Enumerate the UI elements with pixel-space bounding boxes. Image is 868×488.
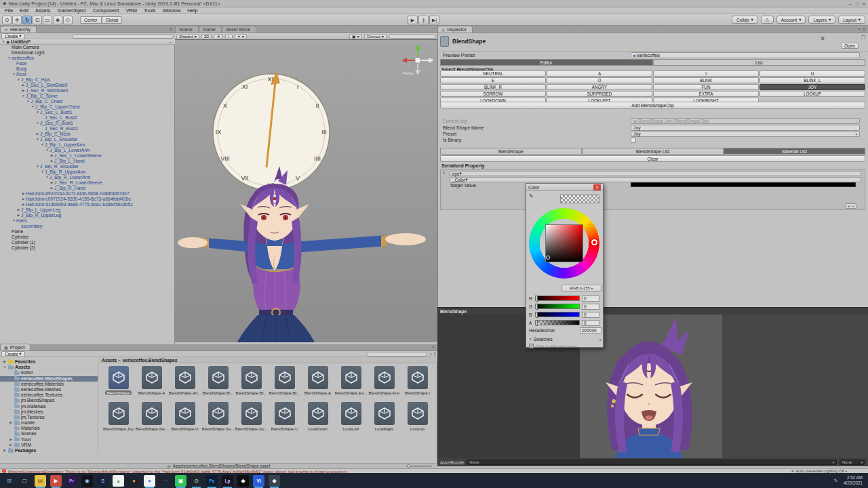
hierarchy-item[interactable]: ▶ J_Bip_C_Neck (0, 131, 175, 137)
collab-dropdown[interactable]: Collab▾ (732, 16, 758, 24)
tab-hierarchy[interactable]: ≔Hierarchy (0, 26, 37, 33)
object-picker-icon[interactable]: ◦ (856, 54, 857, 58)
tab-list[interactable]: List (653, 59, 866, 66)
taskbar-app-icon[interactable]: S (97, 475, 108, 487)
menu-item[interactable]: GameObject (54, 7, 90, 14)
assetbundle-variant-dropdown[interactable]: None▾ (840, 460, 865, 465)
hierarchy-item[interactable]: ▶ J_Bip_L_Hand (0, 159, 175, 164)
hierarchy-item[interactable]: secondary (0, 224, 175, 229)
hierarchy-item[interactable]: ▼ eeriecoffee (0, 56, 175, 61)
taskbar-app-icon[interactable]: ▲ (113, 475, 124, 487)
blendshapeclip-button[interactable]: A (547, 70, 652, 77)
swatches-foldout-icon[interactable]: ▼ (529, 338, 532, 341)
asset-item[interactable]: BlendShape.E (301, 366, 334, 402)
audio-toggle[interactable]: ♪ (225, 34, 233, 39)
tab-blendshape-list[interactable]: BlendShape List (582, 148, 724, 155)
blendshapeclip-button[interactable]: SORROW (440, 91, 546, 97)
taskbar-app-icon[interactable]: ◆ (269, 475, 280, 487)
breadcrumb-folder[interactable]: eeriecoffee.BlendShapes (123, 358, 178, 363)
project-folder-item[interactable]: ▶ mantle (0, 420, 98, 426)
preset-dropdown[interactable]: Joy▾ (631, 131, 860, 137)
folder-foldout-icon[interactable]: ▶ (3, 448, 7, 453)
reorder-grip-icon[interactable]: ≡ (443, 171, 446, 175)
project-folder-item[interactable]: ▼ Assets (0, 365, 98, 370)
foldout-icon[interactable]: ▼ (45, 148, 50, 153)
taskbar-app-icon[interactable]: ▣ (175, 475, 186, 487)
hierarchy-item[interactable]: ▶ J_Bip_R_UpperLeg (0, 213, 175, 218)
foldout-icon[interactable]: ▶ (50, 159, 54, 164)
folder-foldout-icon[interactable]: ▼ (3, 365, 7, 370)
foldout-icon[interactable]: ▶ (50, 186, 54, 191)
hierarchy-item[interactable]: Body (0, 66, 175, 72)
blendshapeclip-button[interactable]: EXTRA (653, 91, 759, 97)
pivot-center-button[interactable]: Center (80, 16, 102, 24)
scene-header-menu-icon[interactable]: ⋯ (169, 40, 176, 44)
hierarchy-item[interactable]: Face (0, 61, 175, 66)
taskbar-app-icon[interactable]: ▶ (50, 475, 62, 487)
target-value-color-swatch[interactable] (631, 182, 856, 187)
scene-view-tab[interactable]: Asset Store (222, 26, 256, 33)
hierarchy-item[interactable]: Directional Light (0, 50, 175, 56)
blendshapeclip-button[interactable]: ANGRY (547, 84, 652, 90)
hierarchy-item[interactable]: Cylinder (2) (0, 245, 175, 251)
hierarchy-item[interactable]: ▶ J_Sec_L_SkirtSide0 (0, 83, 175, 88)
persp-mode-label[interactable]: Persp (403, 71, 414, 75)
hierarchy-item[interactable]: J_Sec_L_Bust2 (0, 115, 175, 121)
account-dropdown[interactable]: Account▾ (776, 16, 806, 24)
asset-item[interactable]: BlendShape (102, 366, 135, 402)
foldout-icon[interactable]: ▶ (21, 83, 26, 88)
maximize-button[interactable]: □ (856, 1, 859, 6)
blendshapeclip-button[interactable]: JOY (760, 84, 865, 90)
foldout-icon[interactable]: ▶ (21, 191, 26, 197)
preview-pane-header[interactable]: BlendShape (437, 307, 868, 314)
effects-dropdown[interactable]: ✦▾ (235, 34, 247, 39)
menu-item[interactable]: Window (159, 7, 184, 14)
project-folder-item[interactable]: eeriecoffee.BlendShapes (0, 376, 98, 382)
orientation-global-button[interactable]: Global (102, 16, 123, 24)
color-picker-close-button[interactable]: × (593, 184, 601, 190)
pen-settings-icon[interactable]: ✎ (833, 478, 838, 484)
hue-handle[interactable] (591, 239, 597, 245)
blendshapeclip-button[interactable]: BLINK_R (440, 84, 546, 90)
asset-item[interactable]: BlendShape.I (401, 366, 434, 402)
tab-editor[interactable]: Editor (440, 59, 653, 66)
foldout-icon[interactable]: ▶ (50, 153, 54, 159)
tab-inspector[interactable]: ◎Inspector (437, 26, 473, 33)
taskbar-app-icon[interactable]: ▢ (19, 475, 31, 487)
hierarchy-item[interactable]: ▶ J_Sec_R_LowerSleeve (0, 180, 175, 186)
folder-foldout-icon[interactable]: ▶ (9, 443, 13, 448)
taskbar-app-icon[interactable]: Pr (66, 475, 77, 487)
channel-value-field[interactable]: 0 (582, 312, 599, 318)
folder-foldout-icon[interactable]: ▶ (9, 437, 13, 443)
hierarchy-item[interactable]: ▼ J_Bip_R_UpperArm (0, 169, 175, 175)
taskbar-app-icon[interactable]: ◉ (81, 475, 93, 487)
channel-value-field[interactable]: 0 (582, 296, 599, 302)
hierarchy-item[interactable]: ▶ HairJoint-c0971924-5330-4159-8e73-a664… (0, 197, 175, 202)
asset-item[interactable]: LookUp (401, 402, 434, 438)
blendshapeclip-button[interactable]: E (440, 77, 546, 83)
hierarchy-item[interactable]: ▼ J_Bip_C_Hips (0, 77, 175, 83)
foldout-icon[interactable]: ▶ (16, 213, 21, 218)
foldout-icon[interactable]: ▼ (26, 99, 31, 104)
project-folder-item[interactable]: Scenes (0, 431, 98, 436)
hierarchy-item[interactable]: ▼ J_Sec_L_Bust1 (0, 110, 175, 115)
project-folder-item[interactable]: ▶ VRM (0, 443, 98, 448)
project-folder-item[interactable]: ▶ Packages (0, 448, 98, 453)
menu-item[interactable]: Tools (140, 7, 159, 14)
channel-slider[interactable] (535, 320, 580, 325)
channel-value-field[interactable]: 0 (582, 304, 599, 310)
asset-item[interactable]: LookRight (368, 402, 401, 438)
asset-item[interactable]: BlendShape.Fun (368, 366, 401, 402)
hierarchy-create-button[interactable]: Create ▾ (1, 33, 25, 39)
hierarchy-item[interactable]: ▼ J_Bip_L_Shoulder (0, 137, 175, 142)
project-folder-item[interactable]: jm.Materials (0, 404, 98, 409)
foldout-icon[interactable]: ▶ (21, 88, 26, 94)
project-menu-icon[interactable]: ≡ (432, 345, 435, 349)
transform-tool-button[interactable]: ◈ (53, 16, 62, 24)
asset-item[interactable]: BlendShape.Su... (235, 402, 268, 438)
channel-slider[interactable] (535, 296, 580, 301)
shading-mode-dropdown[interactable]: Shaded▾ (176, 34, 199, 39)
foldout-icon[interactable]: ▼ (40, 142, 45, 148)
project-search-input[interactable] (366, 352, 427, 357)
lock-icon[interactable]: ▪ (859, 27, 860, 31)
